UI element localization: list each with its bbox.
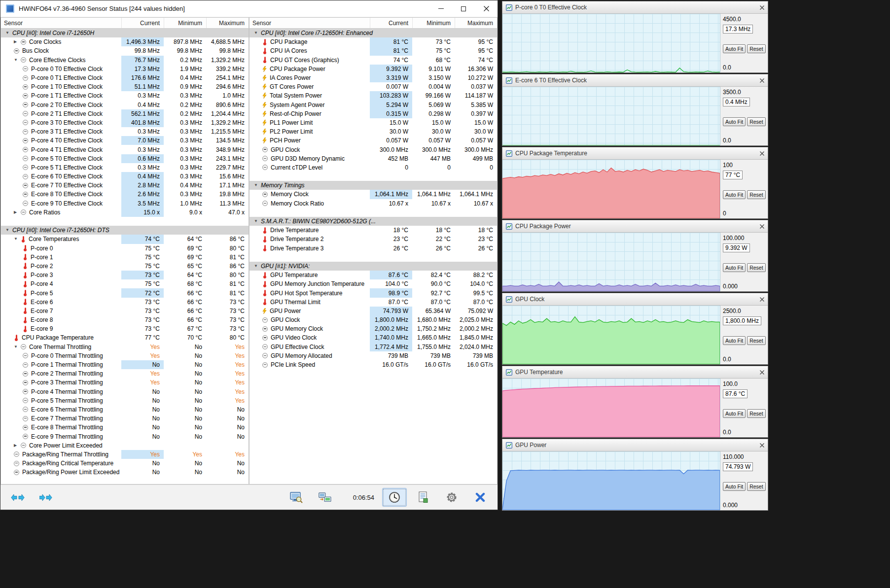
- collapse-chevron-icon[interactable]: ▼: [254, 264, 261, 268]
- sensor-row[interactable]: E-core 8 Thermal ThrottlingNoNoNo: [1, 423, 249, 432]
- graph-close-button[interactable]: [760, 5, 764, 10]
- graph-close-button[interactable]: [760, 443, 764, 448]
- collapse-chevron-icon[interactable]: ▼: [5, 228, 12, 232]
- reset-button[interactable]: Reset: [747, 482, 765, 491]
- auto-fit-button[interactable]: Auto Fit: [723, 117, 746, 126]
- sensor-row[interactable]: GPU Memory Clock2,000.2 MHz1,750.2 MHz2,…: [249, 324, 497, 333]
- sensor-row[interactable]: Package/Ring Thermal ThrottlingYesYesYes: [1, 450, 249, 459]
- sensor-row[interactable]: Bus Clock99.8 MHz99.8 MHz99.8 MHz: [1, 46, 249, 55]
- sensor-group-row[interactable]: ▼GPU [#1]: NVIDIA:: [249, 262, 497, 271]
- sensor-row[interactable]: GPU Clock300.0 MHz300.0 MHz300.0 MHz: [249, 145, 497, 154]
- collapse-chevron-icon[interactable]: ▼: [254, 31, 261, 35]
- graph-close-button[interactable]: [760, 297, 764, 302]
- reset-button[interactable]: Reset: [747, 44, 765, 53]
- sensor-row[interactable]: IA Cores Power3.319 W3.150 W10.272 W: [249, 73, 497, 82]
- sensor-row[interactable]: E-core 7 T0 Effective Clock2.8 MHz0.4 MH…: [1, 181, 249, 190]
- column-header-maximum[interactable]: Maximum: [455, 18, 497, 28]
- graph-titlebar[interactable]: P-core 0 T0 Effective Clock: [502, 1, 768, 14]
- expand-chevron-icon[interactable]: ▶: [14, 210, 21, 214]
- report-button[interactable]: [411, 488, 435, 507]
- expand-chevron-icon[interactable]: ▶: [14, 444, 21, 448]
- sensor-group-row[interactable]: ▼CPU [#0]: Intel Core i7-12650H: [1, 29, 249, 37]
- sensor-row[interactable]: P-core 2 T0 Effective Clock0.4 MHz0.2 MH…: [1, 101, 249, 109]
- sensor-row[interactable]: P-core 1 Thermal ThrottlingNoNoYes: [1, 360, 249, 369]
- sensor-row[interactable]: P-core 5 T1 Effective Clock0.3 MHz0.3 MH…: [1, 163, 249, 172]
- sensor-row[interactable]: P-core 2 T1 Effective Clock562.1 MHz0.2 …: [1, 109, 249, 118]
- sensor-row[interactable]: System Agent Power5.294 W5.069 W5.385 W: [249, 101, 497, 109]
- monitor-search-button[interactable]: [284, 488, 309, 507]
- sensor-row[interactable]: Memory Clock1,064.1 MHz1,064.1 MHz1,064.…: [249, 190, 497, 199]
- sensor-row[interactable]: E-core 873 °C66 °C73 °C: [1, 315, 249, 324]
- auto-fit-button[interactable]: Auto Fit: [723, 44, 746, 53]
- auto-fit-button[interactable]: Auto Fit: [723, 409, 746, 418]
- column-header-maximum[interactable]: Maximum: [206, 18, 249, 28]
- sensor-group-row[interactable]: ▼Memory Timings: [249, 181, 497, 190]
- monitors-sync-button[interactable]: [313, 488, 337, 507]
- sensor-row[interactable]: GPU Hot Spot Temperature98.9 °C92.7 °C99…: [249, 288, 497, 297]
- column-header-current[interactable]: Current: [370, 18, 412, 28]
- sensor-row[interactable]: Package/Ring Critical TemperatureNoNoNo: [1, 459, 249, 468]
- collapse-chevron-icon[interactable]: ▼: [14, 237, 21, 241]
- sensor-row[interactable]: P-core 4 T1 Effective Clock0.3 MHz0.3 MH…: [1, 145, 249, 154]
- column-header-minimum[interactable]: Minimum: [164, 18, 206, 28]
- collapse-chevron-icon[interactable]: ▼: [254, 219, 261, 223]
- auto-fit-button[interactable]: Auto Fit: [723, 190, 746, 199]
- graph-titlebar[interactable]: GPU Temperature: [502, 366, 768, 379]
- sensor-row[interactable]: P-core 275 °C65 °C86 °C: [1, 262, 249, 271]
- sensor-row[interactable]: GPU Temperature87.6 °C82.4 °C88.2 °C: [249, 271, 497, 279]
- graph-titlebar[interactable]: CPU Package Power: [502, 220, 768, 233]
- settings-button[interactable]: [439, 488, 464, 507]
- auto-fit-button[interactable]: Auto Fit: [723, 263, 746, 272]
- sensor-row[interactable]: P-core 475 °C68 °C81 °C: [1, 279, 249, 288]
- collapse-chevron-icon[interactable]: ▼: [14, 345, 21, 349]
- sensor-row[interactable]: ▼Core Temperatures74 °C64 °C86 °C: [1, 235, 249, 243]
- sensor-row[interactable]: P-core 4 Thermal ThrottlingNoNoYes: [1, 387, 249, 396]
- sensor-group-row[interactable]: ▼CPU [#0]: Intel Core i7-12650H: DTS: [1, 226, 249, 235]
- double-horizontal-arrow-button[interactable]: [5, 488, 30, 507]
- sensor-group-row[interactable]: ▼CPU [#0]: Intel Core i7-12650H: Enhance…: [249, 29, 497, 37]
- sensor-row[interactable]: P-core 1 T1 Effective Clock0.3 MHz0.3 MH…: [1, 91, 249, 100]
- sensor-row[interactable]: E-core 8 T0 Effective Clock2.6 MHz0.3 MH…: [1, 190, 249, 199]
- double-right-arrow-button[interactable]: [34, 488, 59, 507]
- graph-titlebar[interactable]: CPU Package Temperature: [502, 147, 768, 160]
- sensor-row[interactable]: E-core 773 °C66 °C73 °C: [1, 307, 249, 315]
- sensor-row[interactable]: P-core 3 T0 Effective Clock401.8 MHz0.3 …: [1, 118, 249, 127]
- sensor-row[interactable]: ▼Core Thermal ThrottlingYesNoYes: [1, 343, 249, 351]
- sensor-row[interactable]: ▶Core Clocks1,496.3 MHz897.8 MHz4,688.5 …: [1, 37, 249, 46]
- reset-button[interactable]: Reset: [747, 117, 765, 126]
- sensor-row[interactable]: GPU Effective Clock1,772.4 MHz1,755.0 MH…: [249, 343, 497, 351]
- sensor-row[interactable]: E-core 673 °C66 °C73 °C: [1, 298, 249, 307]
- reset-button[interactable]: Reset: [747, 409, 765, 418]
- sensor-row[interactable]: Package/Ring Power Limit ExceededNoNoNo: [1, 468, 249, 477]
- graph-titlebar[interactable]: GPU Power: [502, 439, 768, 451]
- sensor-row[interactable]: E-core 9 T0 Effective Clock3.5 MHz1.0 MH…: [1, 199, 249, 208]
- sensor-row[interactable]: Current cTDP Level000: [249, 163, 497, 172]
- sensor-row[interactable]: GPU D3D Memory Dynamic452 MB447 MB499 MB: [249, 154, 497, 163]
- sensor-row[interactable]: GPU Clock1,800.0 MHz1,680.0 MHz2,025.0 M…: [249, 315, 497, 324]
- expand-chevron-icon[interactable]: ▶: [14, 40, 21, 44]
- graph-close-button[interactable]: [760, 224, 764, 229]
- column-header-current[interactable]: Current: [121, 18, 164, 28]
- clock-logging-button[interactable]: [382, 488, 407, 507]
- auto-fit-button[interactable]: Auto Fit: [723, 336, 746, 345]
- reset-button[interactable]: Reset: [747, 336, 765, 345]
- sensor-row[interactable]: PL2 Power Limit30.0 W30.0 W30.0 W: [249, 127, 497, 136]
- sensor-row[interactable]: CPU Package Temperature77 °C70 °C80 °C: [1, 333, 249, 342]
- column-header-minimum[interactable]: Minimum: [412, 18, 455, 28]
- sensor-row[interactable]: P-core 3 Thermal ThrottlingYesNoYes: [1, 378, 249, 387]
- sensor-row[interactable]: ▶Core Power Limit Exceeded: [1, 441, 249, 450]
- close-sensors-button[interactable]: [468, 488, 493, 507]
- reset-button[interactable]: Reset: [747, 190, 765, 199]
- sensor-row[interactable]: ▶Core Ratios15.0 x9.0 x47.0 x: [1, 208, 249, 217]
- column-header-sensor[interactable]: Sensor: [1, 18, 121, 28]
- auto-fit-button[interactable]: Auto Fit: [723, 482, 746, 491]
- graph-close-button[interactable]: [760, 78, 764, 83]
- titlebar[interactable]: HWiNFO64 v7.36-4960 Sensor Status [244 v…: [0, 0, 498, 17]
- sensor-row[interactable]: P-core 373 °C64 °C80 °C: [1, 271, 249, 279]
- sensor-row[interactable]: Rest-of-Chip Power0.315 W0.298 W0.397 W: [249, 109, 497, 118]
- close-button[interactable]: [475, 0, 498, 17]
- sensor-row[interactable]: P-core 0 Thermal ThrottlingYesNoYes: [1, 351, 249, 360]
- sensor-row[interactable]: PL1 Power Limit15.0 W15.0 W15.0 W: [249, 118, 497, 127]
- maximize-button[interactable]: [452, 0, 475, 17]
- sensor-row[interactable]: P-core 4 T0 Effective Clock7.0 MHz0.3 MH…: [1, 136, 249, 145]
